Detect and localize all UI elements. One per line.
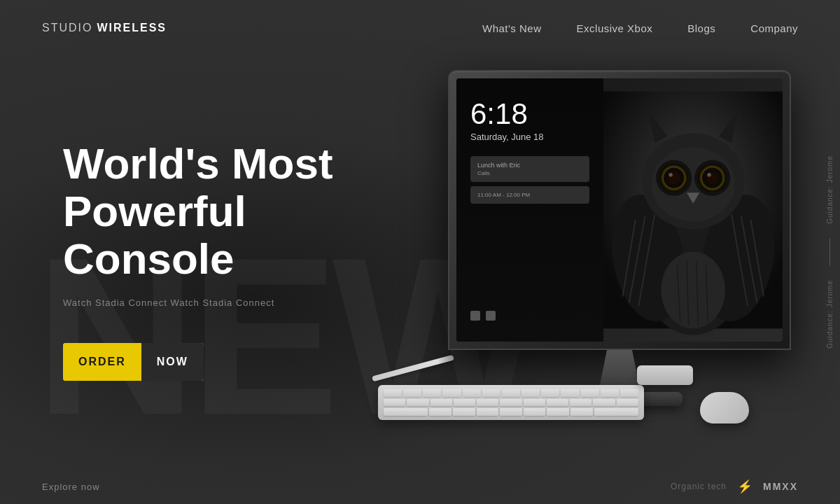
stylus: [372, 355, 454, 382]
key: [423, 389, 441, 397]
nav-company[interactable]: Company: [750, 22, 798, 34]
svg-point-25: [661, 252, 725, 329]
key: [453, 408, 475, 416]
lockscreen-left: 6:18 Saturday, June 18 Lunch with Eric C…: [456, 78, 603, 342]
key: [384, 408, 428, 416]
key: [524, 399, 545, 407]
key: [477, 408, 499, 416]
monitor: 6:18 Saturday, June 18 Lunch with Eric C…: [448, 70, 791, 378]
nav-blogs[interactable]: Blogs: [687, 22, 715, 34]
bottom-bar: Explore now Organic tech ⚡ MMXX: [0, 469, 840, 504]
guidance-label-1: Guidance: Jerome: [826, 155, 834, 224]
explore-now-link[interactable]: Explore now: [42, 482, 100, 492]
key: [384, 389, 402, 397]
monitor-screen: 6:18 Saturday, June 18 Lunch with Eric C…: [456, 78, 783, 342]
key: [500, 399, 522, 407]
lock-time: 6:18: [470, 99, 589, 129]
svg-point-18: [668, 173, 672, 176]
order-label: ORDER: [63, 343, 141, 381]
key: [454, 399, 475, 407]
key: [403, 389, 421, 397]
right-sidebar: Guidance: Jerome Guidance: Jerome: [819, 0, 840, 504]
key: [482, 389, 500, 397]
key: [617, 399, 638, 407]
key: [522, 389, 540, 397]
lock-notification-1: Lunch with Eric Calls: [470, 156, 589, 182]
owl-section: [603, 78, 783, 342]
key: [581, 389, 599, 397]
key: [547, 399, 568, 407]
nav-whats-new[interactable]: What's New: [482, 22, 542, 34]
lock-notif-time-1: Calls: [477, 170, 582, 176]
device-box: [637, 365, 693, 385]
lockscreen: 6:18 Saturday, June 18 Lunch with Eric C…: [456, 78, 783, 342]
hero-title-line2: Powerful Console: [63, 187, 246, 283]
keyboard-row-2: [384, 399, 638, 407]
keyboard-row-1: [384, 389, 638, 397]
guidance-label-2: Guidance: Jerome: [826, 280, 834, 349]
svg-point-23: [707, 173, 710, 176]
key: [463, 389, 481, 397]
order-button[interactable]: ORDER NOW: [63, 343, 204, 381]
key: [620, 389, 638, 397]
keyboard: [378, 385, 644, 420]
key: [502, 389, 520, 397]
main-nav: What's New Exclusive Xbox Blogs Company: [482, 22, 798, 34]
lock-icons: [470, 311, 589, 321]
lock-notif-time-2: 11:00 AM - 12:00 PM: [477, 192, 582, 198]
hero-title-line1: World's Most: [63, 139, 333, 188]
key: [570, 399, 592, 407]
lock-icon-2: [486, 311, 496, 321]
key: [500, 408, 522, 416]
key: [561, 389, 579, 397]
keyboard-row-3: [384, 408, 638, 416]
key: [429, 408, 451, 416]
monitor-outer: 6:18 Saturday, June 18 Lunch with Eric C…: [448, 70, 791, 350]
key: [430, 399, 452, 407]
mmxx-logo: MMXX: [763, 481, 798, 492]
guidance-line: [830, 238, 830, 266]
bottom-right: Organic tech ⚡ MMXX: [671, 479, 798, 494]
key: [593, 399, 615, 407]
lock-notification-2: 11:00 AM - 12:00 PM: [470, 186, 589, 204]
nav-exclusive-xbox[interactable]: Exclusive Xbox: [577, 22, 653, 34]
lock-date: Saturday, June 18: [470, 132, 589, 142]
computer-image: 6:18 Saturday, June 18 Lunch with Eric C…: [357, 56, 805, 462]
mouse: [700, 392, 749, 424]
logo: STUDIO WIRELESS: [42, 22, 167, 34]
key: [524, 408, 546, 416]
logo-wireless: WIRELESS: [97, 22, 167, 34]
key: [547, 408, 569, 416]
key: [407, 399, 428, 407]
now-label: NOW: [141, 343, 204, 381]
lock-notif-title-1: Lunch with Eric: [477, 162, 582, 169]
key: [570, 408, 593, 416]
key: [442, 389, 461, 397]
key: [477, 399, 498, 407]
organic-tech-label: Organic tech: [671, 482, 727, 491]
key: [594, 408, 638, 416]
logo-studio: STUDIO: [42, 22, 92, 34]
lock-icon-1: [470, 311, 480, 321]
header: STUDIO WIRELESS What's New Exclusive Xbo…: [0, 0, 840, 56]
key: [601, 389, 619, 397]
key: [384, 399, 405, 407]
key: [541, 389, 559, 397]
lightning-icon: ⚡: [737, 479, 752, 494]
